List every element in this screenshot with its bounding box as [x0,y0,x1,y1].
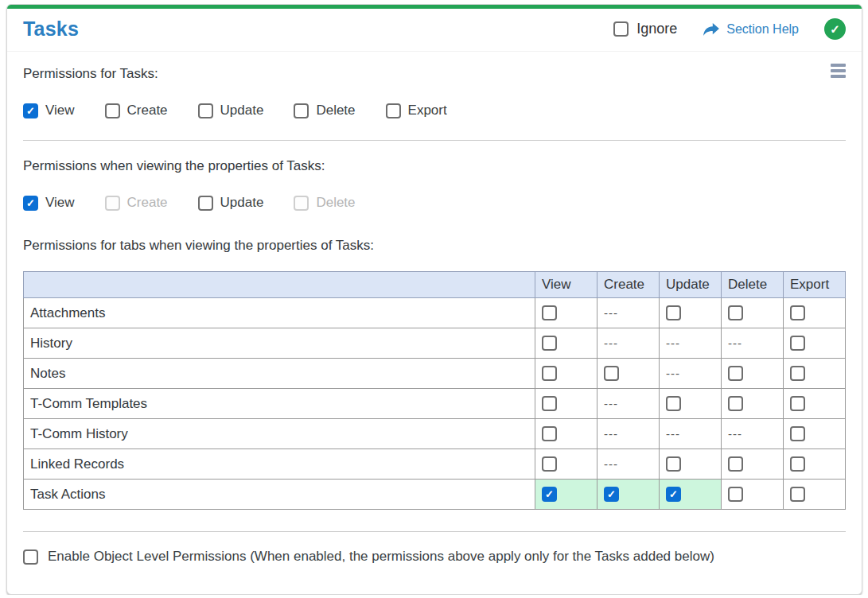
permission-checkbox-update[interactable] [198,196,213,211]
section-help-label: Section Help [726,22,799,37]
cell-linked-records-delete [722,449,784,480]
enable-object-level-permissions-checkbox[interactable] [23,549,38,565]
cell-t-comm-templates-update [660,389,722,419]
cell-checkbox-notes-delete[interactable] [728,366,743,381]
tab-permissions-label: Permissions for tabs when viewing the pr… [23,238,846,254]
cell-history-view [535,328,597,359]
cell-checkbox-task-actions-update[interactable]: ✓ [666,487,681,502]
cell-t-comm-templates-view [535,389,597,419]
permission-item-update[interactable]: Update [198,103,264,118]
tab-name-t-comm-history: T-Comm History [24,419,535,449]
permission-checkbox-update[interactable] [198,103,213,118]
cell-checkbox-t-comm-templates-delete[interactable] [728,396,743,411]
cell-checkbox-t-comm-templates-view[interactable] [542,396,557,411]
ignore-checkbox[interactable] [613,21,629,37]
cell-checkbox-linked-records-update[interactable] [666,456,681,472]
enable-object-level-permissions-item[interactable]: Enable Object Level Permissions (When en… [23,549,846,594]
cell-checkbox-t-comm-history-view[interactable] [542,426,557,441]
cell-history-delete: --- [722,328,784,359]
tab-name-linked-records: Linked Records [24,449,535,480]
permission-item-view[interactable]: ✓View [23,103,75,118]
section-divider [23,140,846,141]
cell-checkbox-task-actions-delete[interactable] [728,487,743,502]
cell-notes-export [784,359,846,389]
permission-checkbox-delete[interactable] [294,103,309,118]
cell-checkbox-linked-records-delete[interactable] [728,456,743,472]
cell-checkbox-notes-create[interactable] [604,366,619,381]
cell-task-actions-delete [722,480,784,510]
tab-permissions-table-header: ViewCreateUpdateDeleteExport [24,272,846,298]
not-applicable-marker: --- [728,427,742,441]
not-applicable-marker: --- [666,427,680,441]
cell-checkbox-attachments-delete[interactable] [728,305,743,320]
cell-notes-update: --- [660,359,722,389]
cell-history-update: --- [660,328,722,359]
cell-checkbox-attachments-view[interactable] [542,305,557,320]
cell-checkbox-history-export[interactable] [790,336,805,351]
tab-name-attachments: Attachments [24,298,535,328]
permission-item-delete[interactable]: Delete [294,103,355,118]
cell-linked-records-view [535,449,597,480]
column-header-create: Create [597,272,660,298]
table-row-linked-records: Linked Records--- [24,449,846,480]
column-header-update: Update [660,272,722,298]
permission-item-export[interactable]: Export [386,103,447,118]
permission-checkbox-export[interactable] [386,103,401,118]
cell-checkbox-history-view[interactable] [542,336,557,351]
section-content: Permissions for Tasks: ✓ViewCreateUpdate… [7,52,862,594]
tab-name-history: History [24,328,535,359]
cell-checkbox-attachments-update[interactable] [666,305,681,320]
cell-attachments-create: --- [597,298,660,328]
cell-task-actions-update: ✓ [660,480,722,510]
cell-checkbox-linked-records-export[interactable] [790,456,805,472]
tab-name-task-actions: Task Actions [24,480,535,510]
ignore-checkbox-item[interactable]: Ignore [613,21,677,37]
cell-task-actions-view: ✓ [535,480,597,510]
permission-checkbox-view[interactable]: ✓ [23,103,38,118]
cell-history-export [784,328,846,359]
permission-checkbox-delete [294,196,309,211]
permission-checkbox-view[interactable]: ✓ [23,196,38,211]
not-applicable-marker: --- [666,336,680,350]
not-applicable-marker: --- [604,336,618,350]
menu-hamburger-icon[interactable] [831,64,846,78]
permission-checkbox-create[interactable] [105,103,120,118]
footer-divider [23,531,846,532]
cell-checkbox-linked-records-view[interactable] [542,456,557,472]
enable-object-level-permissions-label: Enable Object Level Permissions (When en… [48,549,714,565]
tab-permissions-table: ViewCreateUpdateDeleteExport Attachments… [23,271,846,510]
cell-checkbox-attachments-export[interactable] [790,305,805,320]
permission-item-create: Create [105,195,168,211]
cell-checkbox-notes-export[interactable] [790,366,805,381]
permission-item-update[interactable]: Update [198,195,264,211]
cell-checkbox-t-comm-history-export[interactable] [790,426,805,441]
cell-t-comm-templates-delete [722,389,784,419]
not-applicable-marker: --- [604,457,618,471]
section-help-link[interactable]: Section Help [703,22,799,37]
cell-checkbox-task-actions-export[interactable] [790,487,805,502]
cell-t-comm-templates-export [784,389,846,419]
permission-item-create[interactable]: Create [105,103,168,118]
cell-checkbox-task-actions-create[interactable]: ✓ [604,487,619,502]
cell-checkbox-task-actions-view[interactable]: ✓ [542,487,557,502]
cell-t-comm-history-create: --- [597,419,660,449]
section-status-check-circle-icon[interactable]: ✓ [824,18,846,40]
permission-label-create: Create [127,103,168,118]
column-header-export: Export [784,272,846,298]
cell-checkbox-notes-view[interactable] [542,366,557,381]
cell-t-comm-history-delete: --- [722,419,784,449]
not-applicable-marker: --- [604,427,618,441]
cell-checkbox-t-comm-templates-update[interactable] [666,396,681,411]
permission-label-create: Create [127,195,168,211]
cell-checkbox-t-comm-templates-export[interactable] [790,396,805,411]
not-applicable-marker: --- [666,367,680,380]
permission-item-view[interactable]: ✓View [23,195,75,211]
object-permissions-checkbox-row: ✓ViewCreateUpdateDeleteExport [23,103,846,118]
permission-label-delete: Delete [316,195,355,211]
cell-t-comm-history-export [784,419,846,449]
table-row-history: History--------- [24,328,846,359]
not-applicable-marker: --- [728,336,742,350]
cell-notes-view [535,359,597,389]
permission-label-export: Export [408,103,447,118]
ignore-label: Ignore [636,21,677,37]
